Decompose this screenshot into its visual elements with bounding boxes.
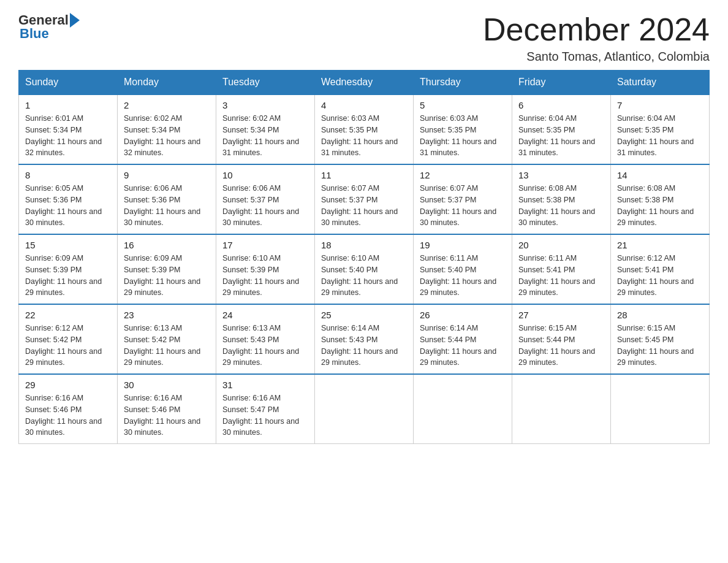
day-info: Sunrise: 6:09 AMSunset: 5:39 PMDaylight:… (25, 253, 111, 299)
day-info: Sunrise: 6:07 AMSunset: 5:37 PMDaylight:… (420, 183, 506, 229)
day-number: 13 (518, 170, 604, 180)
calendar-day-cell: 4Sunrise: 6:03 AMSunset: 5:35 PMDaylight… (315, 94, 414, 164)
day-number: 29 (25, 380, 111, 390)
calendar-day-cell: 21Sunrise: 6:12 AMSunset: 5:41 PMDayligh… (611, 234, 710, 304)
calendar-day-cell: 23Sunrise: 6:13 AMSunset: 5:42 PMDayligh… (118, 304, 216, 374)
calendar-day-cell: 31Sunrise: 6:16 AMSunset: 5:47 PMDayligh… (216, 374, 315, 444)
calendar-day-cell (414, 374, 512, 444)
calendar-header-tuesday: Tuesday (216, 71, 315, 95)
day-info: Sunrise: 6:04 AMSunset: 5:35 PMDaylight:… (518, 113, 604, 159)
calendar-week-row: 8Sunrise: 6:05 AMSunset: 5:36 PMDaylight… (19, 164, 710, 234)
day-number: 12 (420, 170, 506, 180)
calendar-day-cell: 30Sunrise: 6:16 AMSunset: 5:46 PMDayligh… (118, 374, 216, 444)
calendar-day-cell: 9Sunrise: 6:06 AMSunset: 5:36 PMDaylight… (118, 164, 216, 234)
calendar-day-cell: 26Sunrise: 6:14 AMSunset: 5:44 PMDayligh… (414, 304, 512, 374)
calendar-day-cell: 1Sunrise: 6:01 AMSunset: 5:34 PMDaylight… (19, 94, 118, 164)
calendar-week-row: 29Sunrise: 6:16 AMSunset: 5:46 PMDayligh… (19, 374, 710, 444)
calendar-day-cell: 14Sunrise: 6:08 AMSunset: 5:38 PMDayligh… (611, 164, 710, 234)
title-block: December 2024 Santo Tomas, Atlantico, Co… (483, 12, 710, 64)
day-number: 2 (124, 100, 210, 110)
logo-arrow-icon (70, 13, 80, 28)
calendar-day-cell: 13Sunrise: 6:08 AMSunset: 5:38 PMDayligh… (512, 164, 611, 234)
day-number: 14 (617, 170, 703, 180)
day-info: Sunrise: 6:12 AMSunset: 5:41 PMDaylight:… (617, 253, 703, 299)
day-number: 23 (124, 310, 210, 320)
day-info: Sunrise: 6:13 AMSunset: 5:42 PMDaylight:… (124, 323, 210, 369)
day-info: Sunrise: 6:01 AMSunset: 5:34 PMDaylight:… (25, 113, 111, 159)
day-number: 11 (321, 170, 407, 180)
calendar-header-saturday: Saturday (611, 71, 710, 95)
day-info: Sunrise: 6:11 AMSunset: 5:41 PMDaylight:… (518, 253, 604, 299)
calendar-header-monday: Monday (118, 71, 216, 95)
logo-blue-text: Blue (20, 26, 49, 42)
day-number: 21 (617, 240, 703, 250)
calendar-day-cell: 29Sunrise: 6:16 AMSunset: 5:46 PMDayligh… (19, 374, 118, 444)
day-info: Sunrise: 6:07 AMSunset: 5:37 PMDaylight:… (321, 183, 407, 229)
day-number: 26 (420, 310, 506, 320)
day-number: 3 (222, 100, 308, 110)
day-number: 6 (518, 100, 604, 110)
day-info: Sunrise: 6:08 AMSunset: 5:38 PMDaylight:… (617, 183, 703, 229)
calendar-day-cell: 28Sunrise: 6:15 AMSunset: 5:45 PMDayligh… (611, 304, 710, 374)
calendar-day-cell: 22Sunrise: 6:12 AMSunset: 5:42 PMDayligh… (19, 304, 118, 374)
calendar-header-row: SundayMondayTuesdayWednesdayThursdayFrid… (19, 71, 710, 95)
calendar-day-cell (315, 374, 414, 444)
month-title: December 2024 (483, 12, 710, 47)
calendar-day-cell: 12Sunrise: 6:07 AMSunset: 5:37 PMDayligh… (414, 164, 512, 234)
day-number: 28 (617, 310, 703, 320)
day-info: Sunrise: 6:06 AMSunset: 5:37 PMDaylight:… (222, 183, 308, 229)
day-info: Sunrise: 6:06 AMSunset: 5:36 PMDaylight:… (124, 183, 210, 229)
calendar-day-cell: 8Sunrise: 6:05 AMSunset: 5:36 PMDaylight… (19, 164, 118, 234)
calendar-day-cell (512, 374, 611, 444)
day-number: 17 (222, 240, 308, 250)
day-info: Sunrise: 6:15 AMSunset: 5:45 PMDaylight:… (617, 323, 703, 369)
calendar-day-cell: 11Sunrise: 6:07 AMSunset: 5:37 PMDayligh… (315, 164, 414, 234)
calendar-header-sunday: Sunday (19, 71, 118, 95)
day-info: Sunrise: 6:03 AMSunset: 5:35 PMDaylight:… (321, 113, 407, 159)
calendar-day-cell: 3Sunrise: 6:02 AMSunset: 5:34 PMDaylight… (216, 94, 315, 164)
day-info: Sunrise: 6:08 AMSunset: 5:38 PMDaylight:… (518, 183, 604, 229)
day-number: 19 (420, 240, 506, 250)
calendar-day-cell: 20Sunrise: 6:11 AMSunset: 5:41 PMDayligh… (512, 234, 611, 304)
day-info: Sunrise: 6:14 AMSunset: 5:44 PMDaylight:… (420, 323, 506, 369)
day-number: 20 (518, 240, 604, 250)
day-info: Sunrise: 6:11 AMSunset: 5:40 PMDaylight:… (420, 253, 506, 299)
calendar-header-thursday: Thursday (414, 71, 512, 95)
day-info: Sunrise: 6:10 AMSunset: 5:39 PMDaylight:… (222, 253, 308, 299)
day-number: 10 (222, 170, 308, 180)
day-number: 8 (25, 170, 111, 180)
day-number: 9 (124, 170, 210, 180)
calendar-day-cell: 16Sunrise: 6:09 AMSunset: 5:39 PMDayligh… (118, 234, 216, 304)
day-number: 31 (222, 380, 308, 390)
calendar-day-cell: 7Sunrise: 6:04 AMSunset: 5:35 PMDaylight… (611, 94, 710, 164)
calendar-day-cell: 2Sunrise: 6:02 AMSunset: 5:34 PMDaylight… (118, 94, 216, 164)
day-info: Sunrise: 6:12 AMSunset: 5:42 PMDaylight:… (25, 323, 111, 369)
location-subtitle: Santo Tomas, Atlantico, Colombia (483, 50, 710, 64)
day-info: Sunrise: 6:02 AMSunset: 5:34 PMDaylight:… (222, 113, 308, 159)
calendar-day-cell: 15Sunrise: 6:09 AMSunset: 5:39 PMDayligh… (19, 234, 118, 304)
calendar-day-cell: 17Sunrise: 6:10 AMSunset: 5:39 PMDayligh… (216, 234, 315, 304)
day-info: Sunrise: 6:15 AMSunset: 5:44 PMDaylight:… (518, 323, 604, 369)
day-number: 24 (222, 310, 308, 320)
logo: General Blue (18, 12, 81, 42)
day-info: Sunrise: 6:16 AMSunset: 5:46 PMDaylight:… (25, 393, 111, 439)
calendar-week-row: 15Sunrise: 6:09 AMSunset: 5:39 PMDayligh… (19, 234, 710, 304)
day-number: 5 (420, 100, 506, 110)
day-number: 7 (617, 100, 703, 110)
day-info: Sunrise: 6:16 AMSunset: 5:47 PMDaylight:… (222, 393, 308, 439)
calendar-day-cell: 27Sunrise: 6:15 AMSunset: 5:44 PMDayligh… (512, 304, 611, 374)
calendar-day-cell: 10Sunrise: 6:06 AMSunset: 5:37 PMDayligh… (216, 164, 315, 234)
calendar-day-cell: 24Sunrise: 6:13 AMSunset: 5:43 PMDayligh… (216, 304, 315, 374)
page-header: General Blue December 2024 Santo Tomas, … (18, 12, 710, 64)
day-number: 15 (25, 240, 111, 250)
calendar-day-cell: 5Sunrise: 6:03 AMSunset: 5:35 PMDaylight… (414, 94, 512, 164)
day-number: 22 (25, 310, 111, 320)
day-number: 16 (124, 240, 210, 250)
day-number: 18 (321, 240, 407, 250)
day-info: Sunrise: 6:13 AMSunset: 5:43 PMDaylight:… (222, 323, 308, 369)
day-info: Sunrise: 6:03 AMSunset: 5:35 PMDaylight:… (420, 113, 506, 159)
calendar-week-row: 22Sunrise: 6:12 AMSunset: 5:42 PMDayligh… (19, 304, 710, 374)
day-info: Sunrise: 6:04 AMSunset: 5:35 PMDaylight:… (617, 113, 703, 159)
calendar-week-row: 1Sunrise: 6:01 AMSunset: 5:34 PMDaylight… (19, 94, 710, 164)
day-number: 25 (321, 310, 407, 320)
